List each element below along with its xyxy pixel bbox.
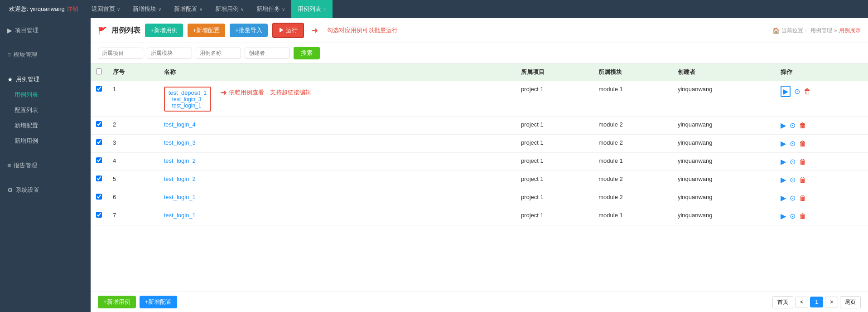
sidebar-item-case-list[interactable]: 用例列表 <box>0 87 91 102</box>
search-button[interactable]: 搜索 <box>294 47 320 59</box>
case-table: 序号 名称 所属项目 所属模块 创建者 操作 单个运行 <box>91 63 868 225</box>
table-row: 4 test_login_2 project 1 module 1 yinqua… <box>91 153 868 171</box>
dep-arrow-icon: ➜ <box>220 88 227 98</box>
copy-icon[interactable]: ⊙ <box>794 87 800 96</box>
breadcrumb-current: 用例展示 <box>839 27 861 34</box>
case-link-login2b[interactable]: test_login_2 <box>164 176 196 182</box>
row-3-seq: 3 <box>107 135 159 153</box>
run-icon[interactable]: ▶ <box>781 212 786 220</box>
add-case-button[interactable]: +新增用例 <box>145 24 183 37</box>
logout-link[interactable]: 注销 <box>67 5 78 13</box>
footer-add-config-button[interactable]: +新增配置 <box>140 296 178 308</box>
sidebar-item-add-case[interactable]: 新增用例 <box>0 133 91 149</box>
row-6-creator: yinquanwang <box>672 189 775 207</box>
row-3-actions: ▶ ⊙ 🗑 <box>775 135 868 153</box>
brand-text: 欢迎您: yinquanwang <box>9 5 65 13</box>
run-icon[interactable]: ▶ <box>781 139 786 148</box>
case-link-login1b[interactable]: test_login_1 <box>164 212 196 219</box>
run-button[interactable]: ▶ 运行 <box>272 23 304 38</box>
delete-icon[interactable]: 🗑 <box>799 140 806 148</box>
module-filter-input[interactable] <box>147 48 192 58</box>
run-icon[interactable]: ▶ <box>781 157 786 166</box>
copy-icon[interactable]: ⊙ <box>790 212 796 220</box>
last-page-button[interactable]: 尾页 <box>840 296 861 308</box>
copy-icon[interactable]: ⊙ <box>790 157 796 166</box>
nav-item-add-case[interactable]: 新增用例 ∨ <box>209 0 250 18</box>
row-2-name: test_login_4 <box>159 117 516 135</box>
sidebar-item-config-list[interactable]: 配置列表 <box>0 102 91 118</box>
casename-filter-input[interactable] <box>196 48 241 58</box>
delete-icon[interactable]: 🗑 <box>804 88 811 96</box>
case-link-login2a[interactable]: test_login_2 <box>164 157 196 164</box>
delete-icon[interactable]: 🗑 <box>799 176 806 184</box>
filter-bar: 搜索 <box>91 43 868 63</box>
row-1-checkbox[interactable] <box>96 86 102 92</box>
sidebar-item-case-management[interactable]: ★ 用例管理 <box>0 72 91 87</box>
case-link-login1a[interactable]: test_login_1 <box>164 194 196 200</box>
run-icon[interactable]: ▶ <box>781 176 786 184</box>
row-2-actions: ▶ ⊙ 🗑 <box>775 117 868 135</box>
creator-filter-input[interactable] <box>245 48 290 58</box>
table-row: 2 test_login_4 project 1 module 2 yinqua… <box>91 117 868 135</box>
copy-icon[interactable]: ⊙ <box>790 194 796 202</box>
case-link-deposit1[interactable]: test_deposit_1 <box>169 89 207 96</box>
sidebar-item-project-management[interactable]: ▶ 项目管理 <box>0 23 91 38</box>
sidebar-section-case: ★ 用例管理 用例列表 配置列表 新增配置 新增用例 <box>0 67 91 153</box>
arrow-icon: ➜ <box>311 25 318 35</box>
nav-item-add-task[interactable]: 新增任务 ∨ <box>250 0 291 18</box>
run-icon[interactable]: ▶ <box>783 88 788 95</box>
table-row: 3 test_login_3 project 1 module 2 yinqua… <box>91 135 868 153</box>
row-7-seq: 7 <box>107 207 159 225</box>
delete-icon[interactable]: 🗑 <box>799 194 806 202</box>
case-link-login4[interactable]: test_login_4 <box>164 121 196 128</box>
run-icon[interactable]: ▶ <box>781 121 786 130</box>
project-filter-input[interactable] <box>98 48 143 58</box>
current-page-button[interactable]: 1 <box>810 297 823 307</box>
row-2-checkbox[interactable] <box>96 121 102 127</box>
delete-icon[interactable]: 🗑 <box>799 212 806 220</box>
row-3-creator: yinquanwang <box>672 135 775 153</box>
sidebar-item-system-settings[interactable]: ⚙ 系统设置 <box>0 182 91 198</box>
copy-icon[interactable]: ⊙ <box>790 139 796 148</box>
copy-icon[interactable]: ⊙ <box>790 121 796 130</box>
select-all-checkbox[interactable] <box>96 68 102 74</box>
row-1-checkbox-cell <box>91 81 107 117</box>
sidebar-item-report-management[interactable]: ≡ 报告管理 <box>0 158 91 173</box>
row-3-checkbox[interactable] <box>96 139 102 145</box>
breadcrumb-parent[interactable]: 用例管理 <box>810 27 832 34</box>
row-5-module: module 2 <box>593 171 672 189</box>
sidebar-item-add-config[interactable]: 新增配置 <box>0 118 91 133</box>
next-page-button[interactable]: > <box>825 297 838 307</box>
footer-add-case-button[interactable]: +新增用例 <box>98 296 136 308</box>
page-title: 用例列表 <box>111 26 140 35</box>
add-config-button[interactable]: +新增配置 <box>188 24 226 37</box>
prev-page-button[interactable]: < <box>795 297 808 307</box>
nav-item-case-list[interactable]: 用例列表 ∨ <box>291 0 333 18</box>
nav-item-home[interactable]: 返回首页 ∨ <box>85 0 126 18</box>
row-5-name: test_login_2 <box>159 171 516 189</box>
delete-icon[interactable]: 🗑 <box>799 158 806 166</box>
run-icon[interactable]: ▶ <box>781 194 786 202</box>
copy-icon[interactable]: ⊙ <box>790 176 796 184</box>
row-2-module: module 2 <box>593 117 672 135</box>
batch-import-button[interactable]: +批量导入 <box>230 24 268 37</box>
header-seq: 序号 <box>107 63 159 81</box>
row-4-checkbox[interactable] <box>96 157 102 163</box>
table-row: 7 test_login_1 project 1 module 1 yinqua… <box>91 207 868 225</box>
row-7-checkbox[interactable] <box>96 212 102 218</box>
nav-item-add-module[interactable]: 新增模块 ∨ <box>126 0 168 18</box>
batch-run-annotation: 勾选对应用例可以批量运行 <box>327 26 398 34</box>
sidebar-item-module-management[interactable]: ≡ 模块管理 <box>0 47 91 63</box>
row-1-seq: 1 <box>107 81 159 117</box>
first-page-button[interactable]: 首页 <box>772 296 793 308</box>
dep-link-login3[interactable]: test_login_3 <box>169 96 207 102</box>
case-link-login3[interactable]: test_login_3 <box>164 139 196 146</box>
sidebar-section-module: ≡ 模块管理 <box>0 43 91 67</box>
row-5-checkbox[interactable] <box>96 176 102 181</box>
row-4-seq: 4 <box>107 153 159 171</box>
table-footer: +新增用例 +新增配置 首页 < 1 > 尾页 <box>91 292 868 312</box>
nav-item-add-config[interactable]: 新增配置 ∨ <box>168 0 209 18</box>
delete-icon[interactable]: 🗑 <box>799 122 806 130</box>
row-6-checkbox[interactable] <box>96 194 102 200</box>
dep-link-login1[interactable]: test_login_1 <box>169 102 207 109</box>
